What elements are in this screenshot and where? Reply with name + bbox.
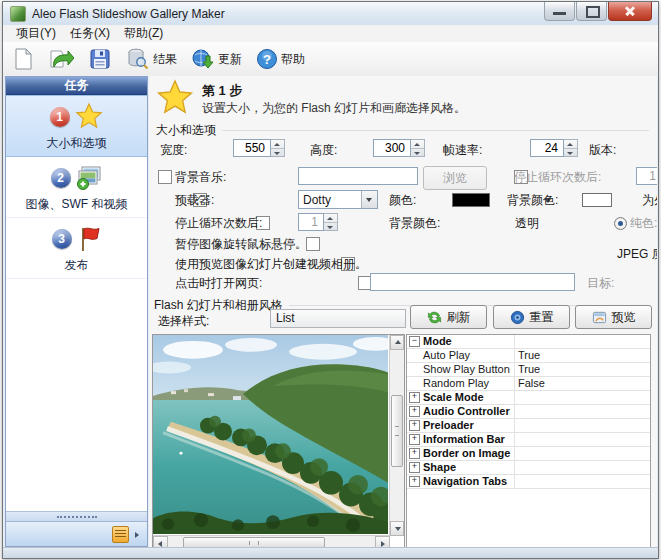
sidebar-item-images-swf-video[interactable]: 2 图像、SWF 和视频 <box>6 157 147 218</box>
width-spinner <box>233 139 285 157</box>
expand-icon[interactable] <box>409 434 420 445</box>
refresh-label: 刷新 <box>447 309 471 326</box>
property-category-information-bar[interactable]: Information Bar <box>407 433 650 447</box>
property-category-mode[interactable]: Mode <box>407 335 650 349</box>
property-row[interactable]: Auto PlayTrue <box>407 349 650 363</box>
style-combo-value: List <box>276 311 295 325</box>
preview-button[interactable]: 预览 <box>575 305 652 329</box>
external-label: 为外 <box>642 192 657 209</box>
preview-horizontal-scrollbar[interactable] <box>153 535 390 547</box>
style-preview-box <box>152 334 405 547</box>
scroll-down-button[interactable] <box>390 521 404 536</box>
style-combo[interactable]: List <box>270 309 406 328</box>
stop-loop2-label: 停止循环次数后: <box>175 215 262 232</box>
pause-on-hover-checkbox[interactable] <box>306 237 320 251</box>
update-globe-icon <box>191 47 215 71</box>
star-icon <box>74 102 104 132</box>
menu-project[interactable]: 项目(Y) <box>9 25 63 42</box>
expand-icon[interactable] <box>409 392 420 403</box>
expand-icon[interactable] <box>409 462 420 473</box>
sidebar-item-size-options[interactable]: 1 大小和选项 <box>6 95 147 157</box>
select-style-label: 选择样式: <box>158 313 209 330</box>
transparent-label: 透明 <box>515 215 539 232</box>
sidebar-item-publish[interactable]: 3 发布 <box>6 218 147 279</box>
sidebar-bottom-bar <box>6 521 147 546</box>
preloader-label: 预载器: <box>175 192 214 209</box>
stop-loop2-spinner-arrows[interactable] <box>324 213 338 231</box>
results-button[interactable]: 结果 <box>121 45 182 73</box>
framerate-input[interactable] <box>530 139 564 157</box>
property-row[interactable]: Show Play ButtonTrue <box>407 363 650 377</box>
update-label: 更新 <box>218 51 242 68</box>
stop-loop-input[interactable] <box>636 167 657 185</box>
property-category-border-on-image[interactable]: Border on Image <box>407 447 650 461</box>
property-category-scale-mode[interactable]: Scale Mode <box>407 391 650 405</box>
bg-music-input[interactable] <box>298 167 418 185</box>
minimize-button[interactable] <box>544 2 575 21</box>
height-input[interactable] <box>373 139 411 157</box>
open-url-input[interactable] <box>370 273 575 291</box>
horizontal-scroll-thumb[interactable] <box>183 537 325 547</box>
maximize-button[interactable] <box>576 2 607 21</box>
reset-label: 重置 <box>530 309 554 326</box>
close-button[interactable] <box>608 2 652 21</box>
collapse-icon[interactable] <box>409 336 420 347</box>
sidebar-item-label: 大小和选项 <box>8 135 145 152</box>
menu-tasks[interactable]: 任务(X) <box>63 25 117 42</box>
sidebar-item-label: 图像、SWF 和视频 <box>8 196 145 213</box>
expand-icon[interactable] <box>409 406 420 417</box>
preloader-combo[interactable]: Dotty <box>298 190 378 209</box>
notes-icon[interactable] <box>112 526 129 543</box>
version-label: 版本: <box>589 142 616 159</box>
open-button[interactable] <box>43 45 79 73</box>
sidebar-splitter[interactable] <box>6 511 147 521</box>
scroll-left-button[interactable] <box>153 536 168 547</box>
preview-vertical-scrollbar[interactable] <box>389 335 404 536</box>
step3-badge: 3 <box>52 229 72 249</box>
preloader-bg-color-label: 背景颜色: <box>507 192 558 209</box>
section-rule <box>222 130 649 131</box>
preloader-bg-color-swatch[interactable] <box>582 193 612 207</box>
bg-color2-label: 背景颜色: <box>389 215 440 232</box>
framerate-label: 帧速率: <box>443 142 482 159</box>
video-album-label: 使用预览图像幻灯片创建视频相册。 <box>175 256 367 273</box>
new-button[interactable] <box>7 45 39 73</box>
height-spinner-arrows[interactable] <box>411 139 425 157</box>
update-button[interactable]: 更新 <box>186 45 247 73</box>
reset-button[interactable]: 重置 <box>493 305 570 329</box>
stop-loop2-input[interactable] <box>298 213 324 231</box>
scroll-right-button[interactable] <box>375 536 390 547</box>
menu-help[interactable]: 帮助(Z) <box>117 25 170 42</box>
transparent-radio[interactable] <box>614 217 627 230</box>
refresh-button[interactable]: 刷新 <box>410 305 487 329</box>
bg-music-checkbox[interactable] <box>158 170 172 184</box>
title-bar: Aleo Flash Slideshow Gallery Maker <box>3 2 658 26</box>
stop-loop-label: 停止循环次数后: <box>514 169 601 186</box>
width-input[interactable] <box>233 139 271 157</box>
property-category-audio-controller[interactable]: Audio Controller <box>407 405 650 419</box>
help-label: 帮助 <box>281 51 305 68</box>
property-category-navigation-tabs[interactable]: Navigation Tabs <box>407 475 650 489</box>
expand-icon[interactable] <box>409 420 420 431</box>
property-row[interactable]: Random PlayFalse <box>407 377 650 391</box>
results-database-icon <box>126 47 150 71</box>
preloader-color-swatch[interactable] <box>452 193 490 207</box>
property-category-preloader[interactable]: Preloader <box>407 419 650 433</box>
save-button[interactable] <box>83 45 117 73</box>
framerate-spinner-arrows[interactable] <box>564 139 578 157</box>
vertical-scroll-thumb[interactable] <box>391 395 403 467</box>
expand-icon[interactable] <box>409 476 420 487</box>
help-button[interactable]: ? 帮助 <box>251 45 310 73</box>
browse-button[interactable]: 浏览 <box>423 166 487 190</box>
combo-arrow-icon[interactable] <box>361 191 377 208</box>
sidebar-header: 任务 <box>6 77 147 95</box>
width-spinner-arrows[interactable] <box>271 139 285 157</box>
chevron-more-icon[interactable] <box>133 528 143 540</box>
expand-icon[interactable] <box>409 448 420 459</box>
property-category-shape[interactable]: Shape <box>407 461 650 475</box>
task-sidebar: 任务 1 大小和选项 2 图像、SWF 和视频 3 <box>5 76 148 547</box>
style-section-title: Flash 幻灯片和相册风格 <box>154 297 283 314</box>
target-label: 目标: <box>587 275 614 292</box>
bg-music-label: 背景音乐: <box>175 169 226 186</box>
scroll-up-button[interactable] <box>390 335 404 350</box>
